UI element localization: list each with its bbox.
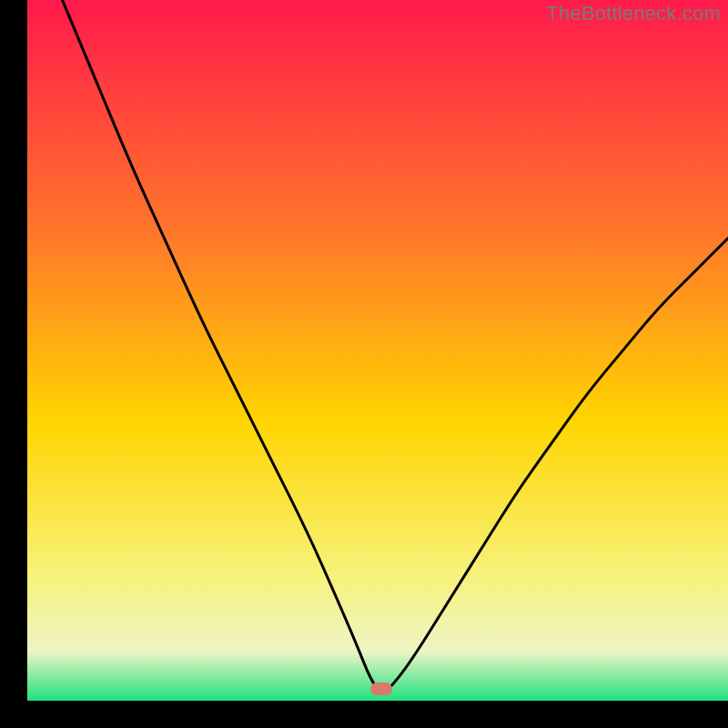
chart-frame: TheBottleneck.com	[0, 0, 728, 728]
curve-layer	[27, 0, 728, 701]
bottleneck-curve	[63, 0, 729, 692]
plot-area	[27, 0, 728, 701]
optimal-point-marker	[370, 682, 392, 695]
watermark-text: TheBottleneck.com	[546, 2, 721, 25]
